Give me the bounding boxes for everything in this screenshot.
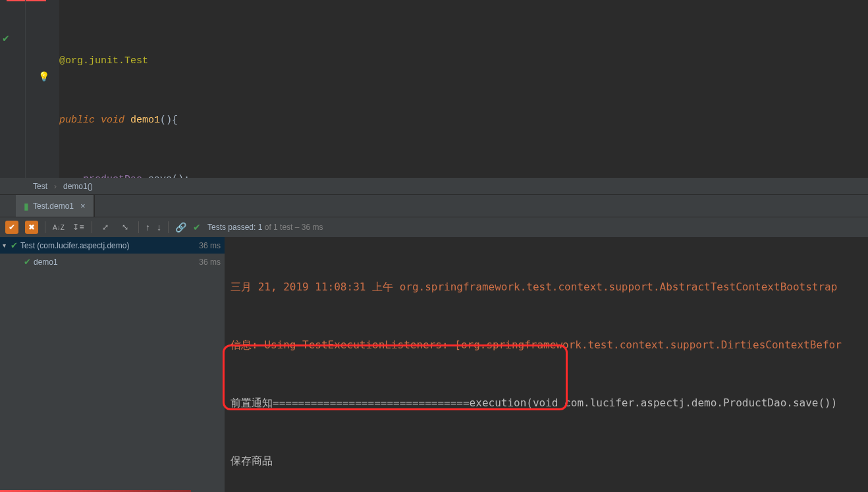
- annotation: @org.junit.Test: [59, 55, 148, 67]
- console-line: 保存商品: [231, 447, 868, 476]
- tree-root[interactable]: ▾ ✔ Test (com.lucifer.aspectj.demo) 36 m…: [0, 237, 225, 254]
- test-status-icon: ✔: [193, 222, 201, 232]
- prev-failed-icon[interactable]: ↑: [146, 222, 150, 232]
- test-panel: ▾ ✔ Test (com.lucifer.aspectj.demo) 36 m…: [0, 237, 868, 492]
- collapse-all-icon[interactable]: ⤡: [119, 221, 132, 234]
- test-tree: ▾ ✔ Test (com.lucifer.aspectj.demo) 36 m…: [0, 237, 225, 492]
- call: .save();: [142, 174, 190, 178]
- run-gutter-icon[interactable]: ✔: [3, 32, 9, 44]
- gutter: ✔ 💡: [0, 0, 59, 178]
- console-line: 前置通知===============================execu…: [231, 389, 868, 418]
- breadcrumb-class[interactable]: Test: [33, 182, 47, 191]
- gutter-line: [25, 0, 26, 178]
- run-tabs: ▮ Test.demo1 ×: [0, 194, 868, 217]
- show-passed-icon[interactable]: ✔: [5, 221, 18, 234]
- method-name: demo1: [130, 115, 160, 126]
- tree-root-time: 36 ms: [199, 241, 225, 250]
- tree-item[interactable]: ✔ demo1 36 ms: [0, 254, 225, 270]
- link-icon[interactable]: 🔗: [175, 222, 186, 232]
- tree-item-label: demo1: [34, 258, 199, 267]
- next-failed-icon[interactable]: ↓: [157, 222, 161, 232]
- expand-all-icon[interactable]: ⤢: [99, 221, 112, 234]
- field-ref: productDao: [83, 174, 142, 178]
- sort-alpha-icon[interactable]: A↓Z: [52, 221, 65, 234]
- tree-ok-icon: ✔: [11, 240, 18, 250]
- intention-bulb-icon[interactable]: 💡: [38, 71, 49, 82]
- code-area[interactable]: @org.junit.Test public void demo1(){ pro…: [59, 0, 868, 178]
- console-line: 信息: Using TestExecutionListeners: [org.s…: [231, 331, 868, 360]
- sort-duration-icon[interactable]: ↧≡: [72, 221, 85, 234]
- tab-spacer: [94, 195, 868, 217]
- keyword-void: void: [101, 115, 130, 126]
- run-tab[interactable]: ▮ Test.demo1 ×: [16, 195, 94, 217]
- test-class-icon: ▮: [24, 201, 29, 211]
- run-tab-label: Test.demo1: [33, 202, 74, 211]
- tree-expand-icon[interactable]: ▾: [3, 242, 11, 249]
- tree-ok-icon: ✔: [24, 257, 31, 267]
- change-marker: [7, 0, 46, 1]
- show-ignored-icon[interactable]: ✖: [25, 221, 38, 234]
- console-output[interactable]: 三月 21, 2019 11:08:31 上午 org.springframew…: [225, 237, 868, 492]
- tests-passed-text: Tests passed: 1 of 1 test – 36 ms: [207, 223, 323, 232]
- breadcrumb: Test › demo1(): [0, 178, 868, 194]
- method-sig: (){: [160, 115, 178, 126]
- breadcrumb-sep: ›: [54, 182, 57, 191]
- console-line: 三月 21, 2019 11:08:31 上午 org.springframew…: [231, 273, 868, 302]
- tree-item-time: 36 ms: [199, 258, 225, 267]
- editor: ✔ 💡 @org.junit.Test public void demo1(){…: [0, 0, 868, 178]
- breadcrumb-method[interactable]: demo1(): [63, 182, 93, 191]
- keyword-public: public: [59, 115, 101, 126]
- close-icon[interactable]: ×: [80, 201, 86, 211]
- test-toolbar: ✔ ✖ A↓Z ↧≡ ⤢ ⤡ ↑ ↓ 🔗 ✔ Tests passed: 1 o…: [0, 217, 868, 237]
- tree-root-label: Test (com.lucifer.aspectj.demo): [20, 241, 199, 250]
